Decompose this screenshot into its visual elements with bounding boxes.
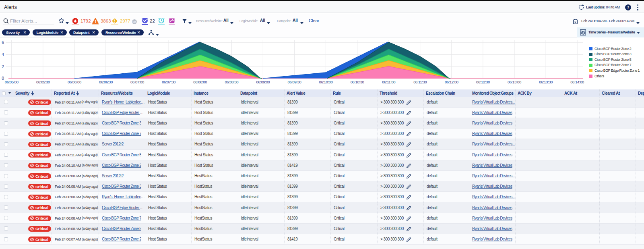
svg-text:0: 0 (2, 76, 4, 81)
svg-text:06:07:00: 06:07:00 (130, 80, 144, 84)
svg-text:06:13:30: 06:13:30 (539, 80, 553, 84)
svg-text:06:08:30: 06:08:30 (225, 80, 238, 84)
svg-text:06:07:30: 06:07:30 (162, 80, 175, 84)
svg-text:2: 2 (2, 64, 4, 69)
svg-text:06:14:00: 06:14:00 (570, 80, 584, 84)
svg-text:06:09:30: 06:09:30 (288, 80, 301, 84)
svg-text:06:11:00: 06:11:00 (382, 80, 395, 84)
svg-text:06:10:00: 06:10:00 (319, 80, 333, 84)
svg-text:OK: OK (132, 21, 136, 23)
svg-text:06:06:30: 06:06:30 (99, 80, 113, 84)
svg-text:06:11:30: 06:11:30 (413, 80, 427, 84)
svg-text:?: ? (627, 6, 629, 10)
svg-text:06:12:30: 06:12:30 (476, 80, 490, 84)
svg-text:06:09:00: 06:09:00 (256, 80, 270, 84)
svg-text:06:05:00: 06:05:00 (5, 80, 19, 84)
svg-text:06:06:00: 06:06:00 (68, 80, 81, 84)
svg-text:06:13:00: 06:13:00 (508, 80, 521, 84)
svg-text:06:10:30: 06:10:30 (351, 80, 364, 84)
svg-text:6: 6 (2, 40, 4, 45)
svg-text:06:05:30: 06:05:30 (36, 80, 50, 84)
svg-text:06:08:00: 06:08:00 (193, 80, 207, 84)
svg-text:06:12:00: 06:12:00 (445, 80, 458, 84)
svg-text:4: 4 (2, 52, 4, 57)
